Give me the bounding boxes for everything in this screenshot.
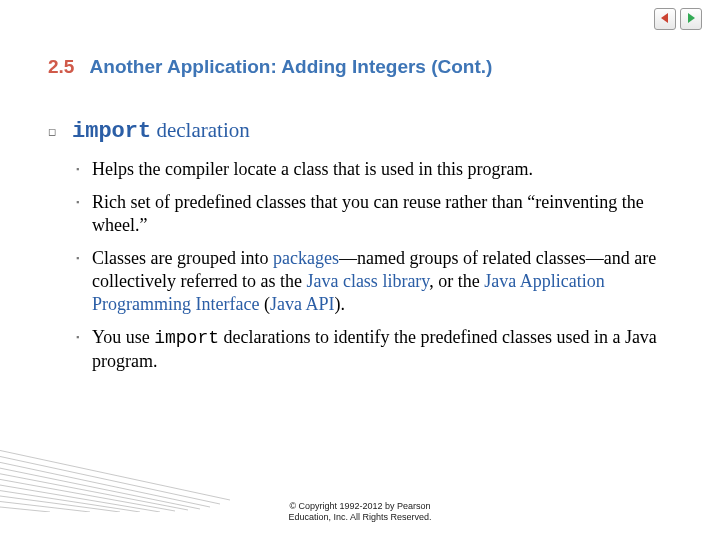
bullet-marker-icon: ◻ <box>48 118 72 144</box>
section-number: 2.5 <box>48 56 74 77</box>
copyright-footer: © Copyright 1992-2012 by Pearson Educati… <box>0 501 720 524</box>
svg-marker-0 <box>661 13 668 23</box>
next-arrow-icon <box>685 10 697 28</box>
heading-text: import declaration <box>72 118 250 144</box>
section-title: 2.5 Another Application: Adding Integers… <box>48 56 492 78</box>
copyright-line-1: © Copyright 1992-2012 by Pearson <box>0 501 720 513</box>
declaration-word: declaration <box>151 118 250 142</box>
copyright-line-2: Education, Inc. All Rights Reserved. <box>0 512 720 524</box>
bullet-text: Rich set of predefined classes that you … <box>92 191 668 237</box>
next-button[interactable] <box>680 8 702 30</box>
term-java-api: Java API <box>270 294 335 314</box>
prev-button[interactable] <box>654 8 676 30</box>
list-item: ▪ Helps the compiler locate a class that… <box>76 158 668 181</box>
slide-content: ◻ import declaration ▪ Helps the compile… <box>48 118 668 383</box>
square-bullet-icon: ▪ <box>76 191 92 237</box>
list-item: ▪ You use import declarations to identif… <box>76 326 668 373</box>
bullet-text: You use import declarations to identify … <box>92 326 668 373</box>
square-bullet-icon: ▪ <box>76 326 92 373</box>
square-bullet-icon: ▪ <box>76 158 92 181</box>
svg-line-3 <box>0 450 220 504</box>
nav-buttons <box>654 8 702 30</box>
svg-marker-1 <box>688 13 695 23</box>
svg-line-2 <box>0 444 230 500</box>
bullet-text: Helps the compiler locate a class that i… <box>92 158 668 181</box>
term-packages: packages <box>273 248 339 268</box>
section-title-text: Another Application: Adding Integers (Co… <box>90 56 493 77</box>
list-item: ▪ Rich set of predefined classes that yo… <box>76 191 668 237</box>
list-item: ▪ Classes are grouped into packages—name… <box>76 247 668 316</box>
heading-bullet: ◻ import declaration <box>48 118 668 144</box>
bullet-text: Classes are grouped into packages—named … <box>92 247 668 316</box>
import-keyword: import <box>72 119 151 144</box>
import-keyword-inline: import <box>154 328 219 348</box>
prev-arrow-icon <box>659 10 671 28</box>
term-java-class-library: Java class library <box>306 271 429 291</box>
square-bullet-icon: ▪ <box>76 247 92 316</box>
svg-line-4 <box>0 456 210 507</box>
